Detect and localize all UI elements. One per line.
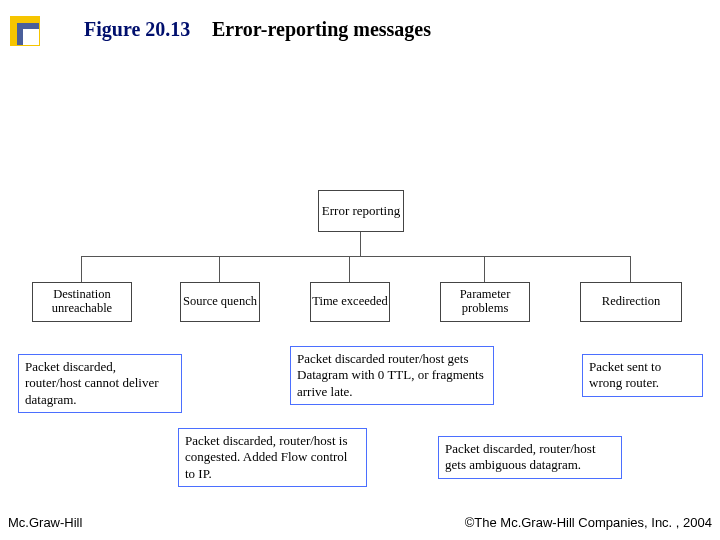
connector-line: [349, 256, 350, 282]
figure-title: Error-reporting messages: [212, 18, 431, 41]
tree-leaf-destination-unreachable: Destination unreachable: [32, 282, 132, 322]
connector-line: [81, 256, 630, 257]
annotation-time-exceeded: Packet discarded router/host gets Datagr…: [290, 346, 494, 405]
connector-line: [219, 256, 220, 282]
tree-leaf-time-exceeded: Time exceeded: [310, 282, 390, 322]
footer-copyright: ©The Mc.Graw-Hill Companies, Inc. , 2004: [465, 515, 712, 530]
annotation-destination-unreachable: Packet discarded, router/host cannot del…: [18, 354, 182, 413]
annotation-source-quench: Packet discarded, router/host is congest…: [178, 428, 367, 487]
tree-root-box: Error reporting: [318, 190, 404, 232]
connector-line: [81, 256, 82, 282]
annotation-redirection: Packet sent to wrong router.: [582, 354, 703, 397]
tree-leaf-source-quench: Source quench: [180, 282, 260, 322]
connector-line: [360, 232, 361, 256]
annotation-parameter-problems: Packet discarded, router/host gets ambig…: [438, 436, 622, 479]
tree-leaf-redirection: Redirection: [580, 282, 682, 322]
figure-ref: Figure 20.13: [84, 18, 190, 41]
slide-bullet-icon: [10, 16, 40, 46]
tree-leaf-parameter-problems: Parameter problems: [440, 282, 530, 322]
connector-line: [484, 256, 485, 282]
footer-publisher: Mc.Graw-Hill: [8, 515, 82, 530]
connector-line: [630, 256, 631, 282]
